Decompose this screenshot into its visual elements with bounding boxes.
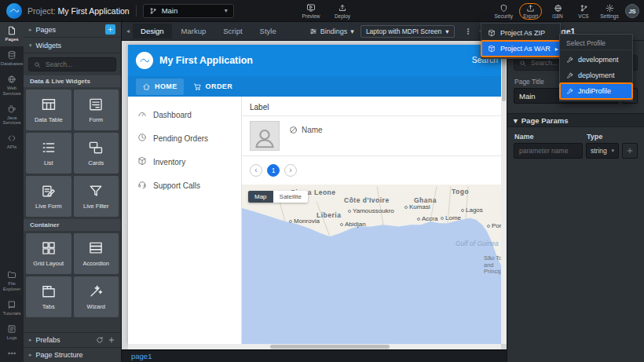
settings-button[interactable]: Settings (599, 4, 620, 19)
user-avatar[interactable]: JS (625, 4, 639, 18)
rail-item-apis[interactable]: APIs (0, 130, 24, 154)
chevron-down-icon: ▾ (611, 148, 614, 154)
list-icon (41, 140, 57, 155)
vcs-button[interactable]: VCS (573, 4, 594, 19)
folder-icon (7, 270, 16, 280)
app-title: My First Application (159, 55, 253, 66)
widget-search-input[interactable] (44, 60, 111, 69)
label-widget[interactable]: Label (242, 97, 501, 115)
home-icon (142, 82, 151, 91)
scrollbar-thumb[interactable] (270, 345, 390, 349)
submenu-header: Select Profile (560, 36, 632, 50)
page-tab-page1[interactable]: page1 (131, 352, 152, 360)
page-prev-button[interactable]: ‹ (250, 164, 262, 177)
rail-item-logs[interactable]: Logs (0, 320, 24, 345)
page-next-button[interactable]: › (284, 164, 297, 177)
widget-list: Data & Live Widgets Data Table Form List… (24, 75, 121, 332)
page-selector-dropdown[interactable]: Main ▾ (143, 4, 234, 18)
widget-tile-live-filter[interactable]: Live Filter (74, 176, 119, 217)
canvas-horizontal-scrollbar[interactable] (128, 344, 501, 349)
rail-item-more[interactable] (0, 345, 24, 362)
security-button[interactable]: Security (493, 4, 514, 19)
collapse-sidebar-icon[interactable]: ◂ (126, 27, 130, 35)
menu-item-dashboard[interactable]: Dashboard (128, 103, 241, 126)
widget-tile-grid-layout[interactable]: Grid Layout (26, 233, 71, 274)
param-type-select[interactable]: string ▾ (586, 143, 619, 159)
tab-markup[interactable]: Markup (174, 24, 214, 38)
app-content: Label Name ‹ 1 (242, 97, 501, 344)
cards-icon (88, 140, 104, 155)
page-current[interactable]: 1 (267, 164, 280, 177)
rail-item-databases[interactable]: Databases (0, 46, 24, 71)
i18n-button[interactable]: i18N (547, 4, 568, 19)
menu-item-inventory[interactable]: Inventory (128, 150, 241, 174)
menu-item-support-calls[interactable]: Support Calls (128, 174, 241, 197)
canvas-vertical-scrollbar[interactable] (501, 45, 507, 344)
add-page-button[interactable] (105, 24, 115, 35)
rail-item-pages[interactable]: Pages (0, 22, 24, 46)
param-name-input[interactable] (514, 143, 583, 159)
map-button[interactable]: Map (248, 191, 273, 203)
vcs-branch-icon (580, 4, 588, 13)
city-dot (441, 217, 444, 220)
shield-icon (499, 4, 508, 13)
plus-icon (107, 26, 114, 33)
chevron-down-icon: ▾ (514, 116, 518, 125)
widget-tile-list[interactable]: List (26, 133, 71, 174)
rail-item-java-services[interactable]: Java Services (0, 101, 24, 130)
bindings-button[interactable]: Bindings ▾ (309, 27, 354, 35)
refresh-prefabs-button[interactable] (96, 336, 104, 344)
menu-item-jndiprofile[interactable]: JndiProfile (560, 83, 632, 99)
map-widget[interactable]: Map Satellite Sierra Leone Côte d'Ivoire… (242, 185, 501, 344)
prefabs-section-header[interactable]: ▸ Prefabs (24, 332, 121, 347)
satellite-button[interactable]: Satellite (273, 191, 308, 203)
widget-tile-accordion[interactable]: Accordion (74, 233, 119, 274)
menu-item-deployment[interactable]: deployment (560, 68, 632, 83)
kebab-icon (464, 27, 472, 35)
widget-tile-tabs[interactable]: Tabs (26, 276, 71, 317)
tab-script[interactable]: Script (215, 24, 250, 38)
param-table-header: Name Type (507, 127, 644, 143)
pages-section-header[interactable]: ▸ Pages (24, 22, 121, 38)
rail-item-tutorials[interactable]: Tutorials (0, 296, 24, 320)
menu-item-project-as-war[interactable]: Project As WAR ▸ (481, 41, 560, 57)
menu-item-project-as-zip[interactable]: Project As ZIP (481, 25, 560, 41)
preview-button[interactable]: Preview (301, 3, 321, 19)
widget-tile-data-table[interactable]: Data Table (26, 90, 71, 130)
nav-item-order[interactable]: ORDER (187, 79, 240, 95)
rail-item-file-explorer[interactable]: File Explorer (0, 266, 24, 296)
cart-icon (193, 82, 202, 91)
add-param-button[interactable] (622, 143, 638, 159)
map-label-country: Côte d'Ivoire (344, 196, 390, 204)
map-label-city: Lagos (461, 207, 483, 214)
export-button[interactable]: Export (519, 3, 542, 20)
app-canvas[interactable]: My First Application Search HOME ORDER (128, 45, 501, 344)
funnel-icon (88, 183, 104, 199)
deploy-button[interactable]: Deploy (332, 3, 353, 19)
widget-tile-wizard[interactable]: Wizard (74, 276, 119, 317)
wavemaker-studio: Project:My First Application Main ▾ Prev… (0, 0, 644, 362)
wavemaker-logo[interactable] (6, 3, 22, 19)
device-selector[interactable]: Laptop with MDPI Screen ▾ (360, 25, 455, 38)
export-profile-submenu: Select Profile development deployment Jn… (559, 34, 633, 101)
tab-design[interactable]: Design (133, 24, 172, 38)
map-label-country: Togo (452, 188, 469, 196)
widget-tile-live-form[interactable]: Live Form (26, 176, 71, 217)
database-icon (7, 50, 16, 60)
branch-icon (149, 7, 157, 15)
menu-item-pending-orders[interactable]: Pending Orders (128, 126, 241, 150)
add-prefab-button[interactable] (108, 336, 115, 344)
widget-tile-cards[interactable]: Cards (74, 133, 119, 174)
tab-style[interactable]: Style (252, 24, 284, 38)
widget-tile-form[interactable]: Form (74, 90, 119, 130)
page-params-header[interactable]: ▾ Page Params (507, 113, 644, 127)
list-widget[interactable]: Name (242, 115, 501, 156)
nav-item-home[interactable]: HOME (136, 79, 184, 95)
rail-item-web-services[interactable]: Web Services (0, 71, 24, 101)
widgets-section-header[interactable]: ▾ Widgets (24, 38, 121, 53)
project-label: Project: (27, 6, 56, 16)
menu-item-development[interactable]: development (560, 52, 632, 68)
page-structure-section-header[interactable]: ▸ Page Structure (24, 347, 121, 362)
globe-icon (7, 75, 16, 84)
canvas-options-menu[interactable] (464, 27, 472, 35)
